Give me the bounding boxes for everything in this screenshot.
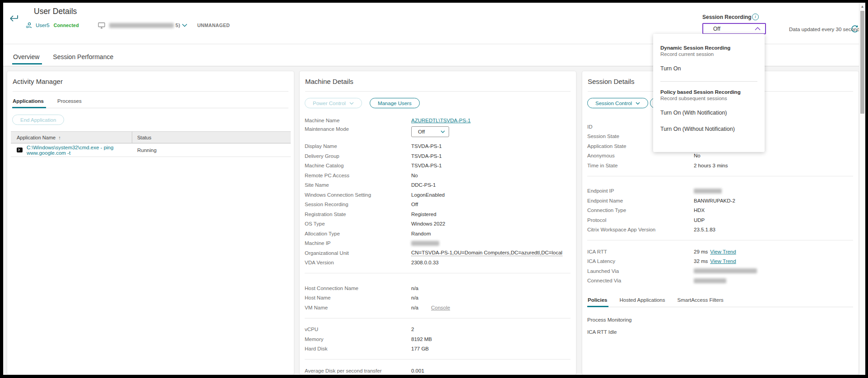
- tab-session-performance[interactable]: Session Performance: [53, 53, 113, 66]
- activity-tabs: Applications Processes: [12, 98, 288, 108]
- detail-row: Memory8192 MB: [305, 334, 571, 344]
- machine-buttons-row: Power Control Manage Users: [305, 98, 576, 108]
- row-value-wrap: CN=TSVDA-PS-1,OU=Domain Computers,DC=azu…: [411, 250, 562, 256]
- row-value-wrap: TSVDA-PS-1: [411, 153, 442, 159]
- row-value: 177 GB: [411, 346, 429, 351]
- row-value-wrap: n/aConsole: [411, 305, 450, 310]
- detail-row: Organizational UnitCN=TSVDA-PS-1,OU=Doma…: [305, 248, 571, 258]
- detail-row: Connected Via: [587, 276, 853, 286]
- row-value-wrap: LogonEnabled: [411, 192, 445, 198]
- detail-row: Machine NameAZUREDTL\TSVDA-PS-1: [305, 115, 571, 125]
- table-row: C:\Windows\system32\cmd.exe - ping www.g…: [11, 143, 291, 157]
- row-label: Citrix Workspace App Version: [587, 227, 694, 232]
- scrollbar-thumb[interactable]: [860, 11, 864, 114]
- row-label: Host Name: [305, 295, 411, 300]
- machine-selector-chevron-down-icon[interactable]: [182, 23, 187, 27]
- detail-row: Delivery GroupTSVDA-PS-1: [305, 151, 571, 161]
- row-value-wrap: Windows 2022: [411, 221, 445, 226]
- row-value: 29 ms: [694, 249, 708, 254]
- row-value-wrap: [694, 278, 726, 283]
- back-arrow-icon[interactable]: [9, 14, 20, 23]
- detail-row: Average Disk per second transfer0.001: [305, 366, 571, 375]
- row-value-wrap: 32 msView Trend: [694, 258, 736, 264]
- row-value: DDC-PS-1: [411, 182, 436, 188]
- tab-overview[interactable]: Overview: [13, 53, 39, 66]
- row-value: LogonEnabled: [411, 192, 445, 198]
- menu-group-title: Policy based Session Recording: [660, 89, 757, 95]
- menu-item-turn-on[interactable]: Turn On: [660, 65, 757, 72]
- menu-item-turn-on-without-notification[interactable]: Turn On (Without Notification): [660, 126, 757, 132]
- menu-group-title: Dynamic Session Recording: [660, 45, 757, 51]
- row-value-wrap: [694, 268, 757, 273]
- table-header-row: Application Name ↑ Status: [11, 131, 291, 143]
- detail-row: Endpoint NameBANWRUPAKD-2: [587, 196, 853, 206]
- session-control-button[interactable]: Session Control: [587, 98, 648, 108]
- tab-processes[interactable]: Processes: [57, 98, 82, 108]
- application-link[interactable]: C:\Windows\system32\cmd.exe - ping www.g…: [27, 145, 132, 156]
- detail-row: Maintenance ModeOff: [305, 125, 571, 142]
- vertical-scrollbar[interactable]: ▲: [859, 3, 865, 375]
- status-cell: Running: [132, 148, 157, 153]
- detail-row: AnonymousNo: [587, 151, 853, 161]
- session-recording-value: Off: [713, 26, 755, 32]
- row-value-wrap: 8192 MB: [411, 337, 432, 342]
- view-trend-link[interactable]: View Trend: [710, 249, 736, 254]
- row-value: BANWRUPAKD-2: [694, 198, 735, 203]
- row-label: Average Disk per second transfer: [305, 368, 411, 373]
- row-value-link[interactable]: AZUREDTL\TSVDA-PS-1: [411, 118, 471, 123]
- column-header-application-name[interactable]: Application Name ↑: [11, 132, 132, 143]
- power-control-button[interactable]: Power Control: [305, 98, 362, 108]
- row-label: Endpoint Name: [587, 198, 694, 203]
- chevron-up-icon: [755, 27, 761, 31]
- detail-row: Launched Via: [587, 266, 853, 276]
- row-value: 8192 MB: [411, 337, 432, 342]
- refresh-icon[interactable]: [851, 25, 859, 35]
- detail-row: Allocation TypeRandom: [305, 229, 571, 239]
- row-value-wrap: AZUREDTL\TSVDA-PS-1: [411, 118, 471, 123]
- row-value-wrap: [411, 241, 439, 246]
- maintenance-mode-select[interactable]: Off: [411, 126, 449, 137]
- tab-smartaccess-filters[interactable]: SmartAccess Filters: [677, 297, 724, 307]
- detail-row: Hard Disk177 GB: [305, 344, 571, 354]
- row-label: VDA Version: [305, 260, 411, 265]
- info-icon[interactable]: i: [752, 14, 759, 20]
- detail-row: Site NameDDC-PS-1: [305, 180, 571, 190]
- row-label: Windows Connection Setting: [305, 192, 411, 198]
- detail-row: Endpoint IP: [587, 186, 853, 196]
- console-link[interactable]: Console: [431, 305, 450, 310]
- end-application-button[interactable]: End Application: [12, 115, 64, 125]
- row-label: Remote PC Access: [305, 173, 411, 178]
- manage-users-button[interactable]: Manage Users: [370, 98, 420, 108]
- row-label: Machine IP: [305, 240, 411, 246]
- detail-row: Host Connection Namen/a: [305, 283, 571, 293]
- menu-item-turn-on-with-notification[interactable]: Turn On (With Notification): [660, 110, 757, 116]
- tab-hosted-applications[interactable]: Hosted Applications: [619, 297, 665, 307]
- row-value: 2: [411, 327, 414, 332]
- app-window: User Details User5 Connected 5) UNMANAGE…: [3, 3, 865, 375]
- end-application-button-row: End Application: [12, 115, 294, 125]
- row-label: Allocation Type: [305, 231, 411, 236]
- view-trend-link[interactable]: View Trend: [710, 258, 736, 264]
- user-name: User5: [36, 23, 50, 28]
- application-cell: C:\Windows\system32\cmd.exe - ping www.g…: [11, 145, 132, 156]
- select-value: Off: [418, 129, 441, 134]
- row-label: vCPU: [305, 327, 411, 332]
- session-recording-dropdown[interactable]: Off: [702, 23, 766, 34]
- detail-row: Time in State2 hours 3 mins: [587, 161, 853, 171]
- tab-applications[interactable]: Applications: [12, 98, 44, 108]
- row-label: Machine Name: [305, 118, 411, 123]
- row-label: Hard Disk: [305, 346, 411, 351]
- policy-list: Process Monitoring ICA RTT Idle: [587, 317, 853, 335]
- tab-policies[interactable]: Policies: [587, 297, 608, 307]
- detail-row: VM Namen/aConsole: [305, 303, 571, 313]
- scroll-up-arrow-icon[interactable]: ▲: [859, 5, 865, 9]
- row-value: Registered: [411, 212, 436, 217]
- detail-row: ICA RTT29 msView Trend: [587, 247, 853, 257]
- detail-row: Remote PC AccessNo: [305, 171, 571, 180]
- row-value: UDP: [694, 217, 705, 223]
- row-value-wrap: UDP: [694, 217, 705, 223]
- user-summary-row: User5 Connected 5) UNMANAGED: [26, 21, 230, 30]
- row-value-wrap: 2 hours 3 mins: [694, 163, 728, 168]
- row-value-wrap: 0.001: [411, 368, 424, 373]
- session-control-label: Session Control: [595, 101, 632, 106]
